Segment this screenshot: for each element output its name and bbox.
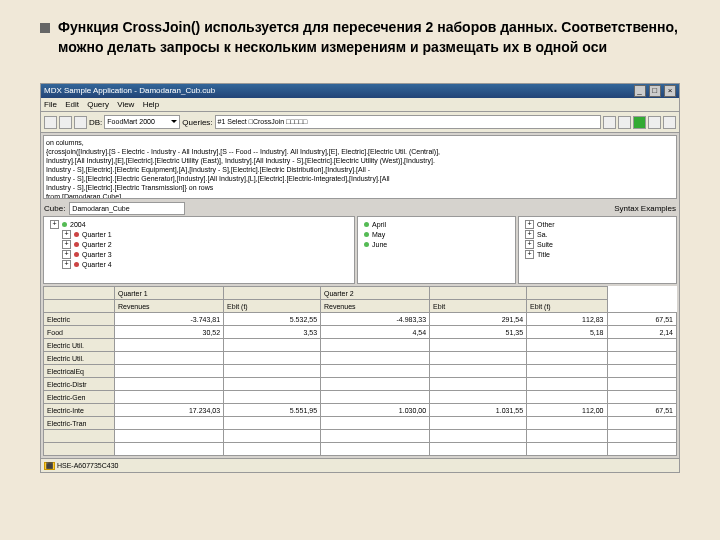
cell: 67,51 <box>607 404 676 417</box>
cell <box>430 378 527 391</box>
expand-icon[interactable]: + <box>62 260 71 269</box>
col-header[interactable]: Ebit <box>430 300 527 313</box>
expand-icon[interactable]: + <box>525 230 534 239</box>
cell: -4.983,33 <box>321 313 430 326</box>
cell <box>224 378 321 391</box>
table-row[interactable]: Electric Util. <box>44 339 677 352</box>
expand-icon[interactable]: + <box>62 250 71 259</box>
cell <box>321 417 430 430</box>
expand-icon[interactable]: + <box>525 240 534 249</box>
table-row[interactable]: Electric-Inte17.234,035.551,951.030,001.… <box>44 404 677 417</box>
table-row[interactable]: Food30,523,534,5451,355,182,14 <box>44 326 677 339</box>
tree-label: Title <box>537 251 550 258</box>
tool-btn[interactable] <box>618 116 631 129</box>
cell: 5.551,95 <box>224 404 321 417</box>
table-row[interactable]: Electric-Tran <box>44 417 677 430</box>
node-icon <box>364 222 369 227</box>
cell: 1.031,55 <box>430 404 527 417</box>
table-row[interactable]: Electric Util. <box>44 352 677 365</box>
table-row[interactable]: ElectricalEq <box>44 365 677 378</box>
table-row[interactable]: Electric-Gen <box>44 391 677 404</box>
row-header: Electric <box>44 313 115 326</box>
cell <box>224 339 321 352</box>
row-header: Food <box>44 326 115 339</box>
cell <box>115 352 224 365</box>
col-header[interactable] <box>224 287 321 300</box>
node-icon <box>74 232 79 237</box>
cell <box>115 365 224 378</box>
tool-btn[interactable] <box>44 116 57 129</box>
menu-file[interactable]: File <box>44 100 57 109</box>
slide-heading: Функция CrossJoin() используется для пер… <box>58 18 680 57</box>
maximize-icon[interactable]: □ <box>649 85 661 97</box>
db-dropdown[interactable]: FoodMart 2000 <box>104 115 180 129</box>
app-window: MDX Sample Application - Damodaran_Cub.c… <box>40 83 680 473</box>
db-label: DB: <box>89 118 102 127</box>
tree-label: Quarter 4 <box>82 261 112 268</box>
expand-icon[interactable]: + <box>62 240 71 249</box>
col-header[interactable]: Ebit (t) <box>224 300 321 313</box>
col-header[interactable] <box>430 287 527 300</box>
col-header[interactable] <box>527 287 607 300</box>
menu-query[interactable]: Query <box>87 100 109 109</box>
dimension-tree[interactable]: +2004+Quarter 1+Quarter 2+Quarter 3+Quar… <box>43 216 355 284</box>
cell: 67,51 <box>607 313 676 326</box>
col-header[interactable]: Ebit (t) <box>527 300 607 313</box>
col-header[interactable]: Quarter 1 <box>115 287 224 300</box>
node-icon <box>364 242 369 247</box>
query-editor[interactable]: on columns, {crossjoin([Industry].[S - E… <box>43 135 677 199</box>
row-header: Electric-Inte <box>44 404 115 417</box>
col-header[interactable] <box>44 287 115 300</box>
cell <box>115 417 224 430</box>
expand-icon[interactable]: + <box>50 220 59 229</box>
menu-help[interactable]: Help <box>143 100 159 109</box>
syntax-label: Syntax Examples <box>614 204 676 213</box>
col-header[interactable]: Revenues <box>115 300 224 313</box>
cell: 2,14 <box>607 326 676 339</box>
expand-icon[interactable]: + <box>62 230 71 239</box>
month-tree[interactable]: AprilMayJune <box>357 216 516 284</box>
menu-bar: File Edit Query View Help <box>41 98 679 112</box>
query-dropdown[interactable]: #1 Select □CrossJoin □□□□□ <box>215 115 601 129</box>
cell <box>224 365 321 378</box>
syntax-tree[interactable]: +Other+Sa.+Suite+Title <box>518 216 677 284</box>
tree-label: Quarter 1 <box>82 231 112 238</box>
cell <box>321 339 430 352</box>
node-icon <box>62 222 67 227</box>
result-grid[interactable]: Quarter 1Quarter 2RevenuesEbit (t)Revenu… <box>43 286 677 456</box>
col-header[interactable]: Quarter 2 <box>321 287 430 300</box>
status-icon: ⬛ <box>44 462 55 470</box>
run-icon[interactable] <box>633 116 646 129</box>
tree-label: Other <box>537 221 555 228</box>
expand-icon[interactable]: + <box>525 250 534 259</box>
tool-btn[interactable] <box>59 116 72 129</box>
table-row[interactable]: Electric-3.743,815.532,55-4.983,33291,54… <box>44 313 677 326</box>
tool-btn[interactable] <box>603 116 616 129</box>
bullet-icon <box>40 23 50 33</box>
col-header[interactable]: Revenues <box>321 300 430 313</box>
cell: -3.743,81 <box>115 313 224 326</box>
cell <box>430 417 527 430</box>
row-header: Electric-Distr <box>44 378 115 391</box>
cell <box>430 352 527 365</box>
cell: 5,18 <box>527 326 607 339</box>
col-header[interactable] <box>44 300 115 313</box>
tool-btn[interactable] <box>663 116 676 129</box>
cell <box>527 339 607 352</box>
table-row[interactable]: Electric-Distr <box>44 378 677 391</box>
status-bar: ⬛ HSE-A607735C430 <box>41 458 679 472</box>
menu-view[interactable]: View <box>117 100 134 109</box>
table-row <box>44 430 677 443</box>
cube-dropdown[interactable]: Damodaran_Cube <box>69 202 185 215</box>
tool-btn[interactable] <box>648 116 661 129</box>
cell <box>430 365 527 378</box>
row-header: ElectricalEq <box>44 365 115 378</box>
cell <box>607 339 676 352</box>
expand-icon[interactable]: + <box>525 220 534 229</box>
menu-edit[interactable]: Edit <box>65 100 79 109</box>
close-icon[interactable]: × <box>664 85 676 97</box>
minimize-icon[interactable]: _ <box>634 85 646 97</box>
row-header: Electric-Gen <box>44 391 115 404</box>
cell: 112,83 <box>527 313 607 326</box>
tool-btn[interactable] <box>74 116 87 129</box>
